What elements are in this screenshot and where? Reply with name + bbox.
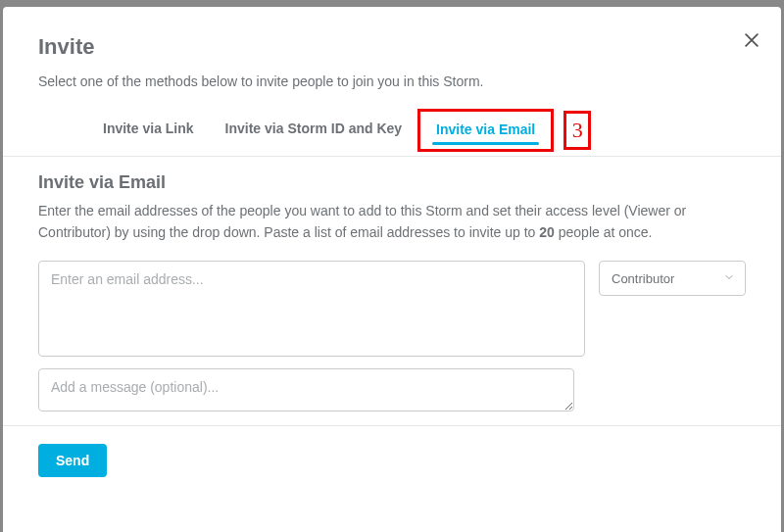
message-input[interactable] (38, 368, 574, 411)
panel-desc-bold: 20 (539, 224, 555, 240)
panel-description: Enter the email addresses of the people … (38, 201, 746, 243)
form-row: Contributor (38, 261, 746, 357)
panel-desc-post: people at once. (555, 224, 653, 240)
modal-subtitle: Select one of the methods below to invit… (38, 73, 746, 89)
access-level-value: Contributor (612, 271, 674, 286)
modal-footer: Send (3, 426, 781, 477)
chevron-down-icon (723, 271, 735, 286)
access-level-select[interactable]: Contributor (599, 261, 746, 296)
tabs: Invite via Link Invite via Storm ID and … (38, 109, 746, 152)
email-input[interactable] (38, 261, 585, 357)
email-panel: Invite via Email Enter the email address… (3, 157, 781, 425)
tab-invite-link[interactable]: Invite via Link (87, 111, 210, 150)
annotation-step-badge: 3 (564, 111, 591, 150)
modal-header: Invite Select one of the methods below t… (3, 7, 781, 156)
close-icon (742, 30, 761, 50)
invite-modal: Invite Select one of the methods below t… (3, 7, 781, 532)
send-button[interactable]: Send (38, 444, 107, 477)
modal-title: Invite (38, 34, 746, 60)
close-button[interactable] (742, 30, 761, 50)
tab-invite-storm-id[interactable]: Invite via Storm ID and Key (210, 111, 418, 150)
panel-title: Invite via Email (38, 172, 746, 193)
annotation-highlight-box: Invite via Email (417, 109, 554, 152)
tab-invite-email[interactable]: Invite via Email (422, 112, 549, 149)
